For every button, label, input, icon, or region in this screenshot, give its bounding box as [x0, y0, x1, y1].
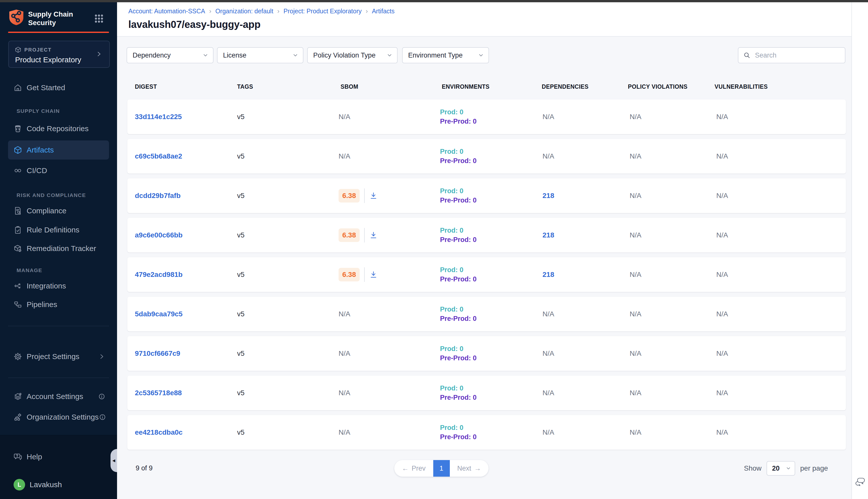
env-preprod-count[interactable]: Pre-Prod: 0 — [440, 275, 477, 284]
breadcrumb-project-link[interactable]: Project: Product Exploratory — [284, 8, 362, 15]
user-menu[interactable]: L Lavakush — [8, 475, 109, 494]
sidebar-item-label: Help — [27, 452, 42, 461]
vulnerabilities-cell: N/A — [716, 310, 728, 318]
env-preprod-count[interactable]: Pre-Prod: 0 — [440, 235, 477, 244]
sbom-cell: N/A — [338, 350, 350, 357]
env-prod-count[interactable]: Prod: 0 — [440, 265, 477, 275]
table-row: 479e2acd981b v5 6.38 Prod: 0 Pre-Prod: 0… — [127, 257, 846, 292]
env-prod-count[interactable]: Prod: 0 — [440, 344, 477, 354]
environments-cell: Prod: 0 Pre-Prod: 0 — [440, 265, 477, 284]
digest-link[interactable]: c69c5b6a8ae2 — [135, 152, 182, 160]
sidebar-item-rule-definitions[interactable]: Rule Definitions — [8, 220, 109, 240]
user-name: Lavakush — [30, 480, 62, 489]
digest-link[interactable]: 33d114e1c225 — [135, 113, 182, 121]
table-row: a9c6e00c66bb v5 6.38 Prod: 0 Pre-Prod: 0… — [127, 218, 846, 253]
search-input[interactable] — [755, 51, 838, 60]
search-icon — [743, 52, 751, 59]
filter-policy-violation-type[interactable]: Policy Violation Type — [307, 47, 398, 63]
env-preprod-count[interactable]: Pre-Prod: 0 — [440, 314, 477, 324]
env-prod-count[interactable]: Prod: 0 — [440, 108, 477, 117]
sidebar-section-manage: MANAGE — [16, 267, 42, 274]
download-sbom-icon[interactable] — [369, 192, 378, 200]
filter-dependency[interactable]: Dependency — [127, 47, 213, 63]
info-icon[interactable] — [99, 413, 106, 421]
vulnerabilities-cell: N/A — [716, 152, 728, 160]
prev-page-button[interactable]: ← Prev — [394, 460, 433, 477]
env-prod-count[interactable]: Prod: 0 — [440, 226, 477, 235]
table-header-row: DIGEST TAGS SBOM ENVIRONMENTS DEPENDENCI… — [127, 80, 846, 94]
dependencies-cell: N/A — [543, 428, 554, 436]
policy-violations-cell: N/A — [630, 113, 642, 121]
infinity-icon — [14, 166, 22, 175]
sidebar-item-cicd[interactable]: CI/CD — [8, 161, 109, 180]
download-sbom-icon[interactable] — [369, 231, 378, 240]
digest-link[interactable]: 5dab9caa79c5 — [135, 310, 183, 318]
env-preprod-count[interactable]: Pre-Prod: 0 — [440, 196, 477, 205]
breadcrumb-account-link[interactable]: Account: Automation-SSCA — [128, 8, 205, 15]
dependencies-cell: N/A — [543, 310, 554, 318]
env-prod-count[interactable]: Prod: 0 — [440, 423, 477, 433]
policy-violations-cell: N/A — [630, 192, 642, 200]
column-header-policy-violations: POLICY VIOLATIONS — [628, 83, 687, 90]
accent-divider — [8, 32, 109, 33]
filter-environment-type[interactable]: Environment Type — [402, 47, 489, 63]
vertical-divider — [364, 228, 365, 242]
filter-license[interactable]: License — [217, 47, 303, 63]
breadcrumb-artifacts-link[interactable]: Artifacts — [372, 8, 395, 15]
sidebar-item-remediation-tracker[interactable]: Remediation Tracker — [8, 239, 109, 258]
sidebar-item-project-settings[interactable]: Project Settings — [8, 347, 109, 366]
sidebar-item-pipelines[interactable]: Pipelines — [8, 295, 109, 314]
digest-link[interactable]: ee4218cdba0c — [135, 428, 183, 436]
env-prod-count[interactable]: Prod: 0 — [440, 186, 477, 196]
page-number-button[interactable]: 1 — [433, 460, 450, 477]
module-grid-icon[interactable] — [94, 13, 104, 24]
tag-cell: v5 — [237, 389, 245, 397]
sidebar-item-code-repositories[interactable]: Code Repositories — [8, 119, 109, 138]
sidebar-item-help[interactable]: Help — [8, 447, 109, 466]
right-gutter — [852, 2, 868, 499]
sbom-cell: 6.38 — [338, 228, 378, 242]
sidebar-item-compliance[interactable]: Compliance — [8, 201, 109, 220]
tag-cell: v5 — [237, 271, 245, 279]
digest-link[interactable]: a9c6e00c66bb — [135, 231, 183, 239]
sidebar-collapse-handle[interactable]: ◀ — [111, 449, 117, 472]
env-prod-count[interactable]: Prod: 0 — [440, 147, 477, 156]
download-sbom-icon[interactable] — [369, 270, 378, 279]
digest-link[interactable]: 479e2acd981b — [135, 271, 183, 279]
sidebar-item-label: Artifacts — [27, 146, 54, 154]
collapse-arrow-icon: ◀ — [112, 458, 115, 463]
sidebar-item-get-started[interactable]: Get Started — [8, 78, 109, 97]
chevron-down-icon — [386, 52, 393, 58]
per-page-select[interactable]: 20 — [767, 461, 795, 476]
digest-link[interactable]: dcdd29b7fafb — [135, 192, 181, 200]
env-preprod-count[interactable]: Pre-Prod: 0 — [440, 393, 477, 402]
sidebar-item-integrations[interactable]: Integrations — [8, 276, 109, 295]
vulnerabilities-cell: N/A — [716, 271, 728, 279]
dependencies-link[interactable]: 218 — [543, 271, 554, 279]
digest-link[interactable]: 2c5365718e88 — [135, 389, 182, 397]
chat-bubbles-icon[interactable] — [855, 476, 867, 488]
env-prod-count[interactable]: Prod: 0 — [440, 384, 477, 393]
sidebar-item-account-settings[interactable]: Account Settings — [8, 387, 109, 406]
environments-cell: Prod: 0 Pre-Prod: 0 — [440, 344, 477, 363]
table-row: 2c5365718e88 v5 N/A Prod: 0 Pre-Prod: 0 … — [127, 376, 846, 410]
sbom-score-badge: 6.38 — [338, 228, 360, 242]
dependencies-cell: N/A — [543, 350, 554, 357]
dependencies-link[interactable]: 218 — [543, 231, 554, 239]
chevron-down-icon — [202, 52, 209, 58]
sidebar-item-organization-settings[interactable]: Organization Settings — [8, 407, 109, 427]
env-preprod-count[interactable]: Pre-Prod: 0 — [440, 117, 477, 126]
next-page-button[interactable]: Next → — [450, 460, 489, 477]
sidebar-section-supply-chain: SUPPLY CHAIN — [16, 107, 60, 115]
breadcrumb-organization-link[interactable]: Organization: default — [215, 8, 273, 15]
env-preprod-count[interactable]: Pre-Prod: 0 — [440, 433, 477, 442]
next-label: Next — [457, 465, 471, 472]
digest-link[interactable]: 9710cf6667c9 — [135, 350, 180, 357]
dependencies-link[interactable]: 218 — [543, 192, 554, 200]
env-prod-count[interactable]: Prod: 0 — [440, 305, 477, 314]
info-icon[interactable] — [98, 393, 106, 400]
project-selector[interactable]: PROJECT Product Exploratory — [8, 41, 110, 68]
env-preprod-count[interactable]: Pre-Prod: 0 — [440, 156, 477, 166]
env-preprod-count[interactable]: Pre-Prod: 0 — [440, 354, 477, 363]
sidebar-item-artifacts[interactable]: Artifacts — [8, 141, 109, 160]
